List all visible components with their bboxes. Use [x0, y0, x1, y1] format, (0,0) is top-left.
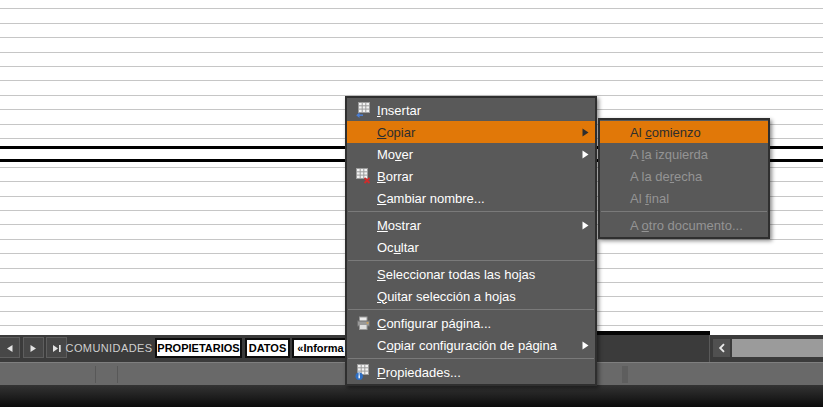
menu-item-label: Mover [375, 147, 579, 162]
icon-spacer [604, 123, 628, 141]
icon-spacer [351, 189, 375, 207]
copy-sheet-submenu: Al comienzoA la izquierdaA la derechaAl … [598, 118, 770, 239]
status-separator [622, 366, 628, 383]
menu-item-label: Al final [628, 191, 752, 206]
insert-sheet-icon [351, 101, 375, 119]
menu-item-label: Borrar [375, 169, 579, 184]
menu-item-al-comienzo[interactable]: Al comienzo [600, 121, 768, 143]
scroll-tabs-left-button[interactable] [0, 337, 20, 358]
icon-spacer [604, 167, 628, 185]
menu-item-label: Mostrar [375, 218, 579, 233]
menu-item-mover[interactable]: Mover [347, 143, 595, 165]
icon-spacer [351, 145, 375, 163]
delete-sheet-icon [351, 167, 375, 185]
scroll-tabs-right-button[interactable] [23, 337, 44, 358]
menu-separator [348, 260, 594, 261]
menu-separator [348, 211, 594, 212]
tabs-scrollbar-left-button[interactable] [713, 339, 730, 357]
menu-item-a-la-derecha: A la derecha [600, 165, 768, 187]
submenu-arrow-icon [579, 128, 589, 137]
menu-item-cambiar-nombre[interactable]: Cambiar nombre... [347, 187, 595, 209]
icon-spacer [351, 123, 375, 141]
menu-item-label: Seleccionar todas las hojas [375, 267, 579, 282]
menu-item-mostrar[interactable]: Mostrar [347, 214, 595, 236]
menu-item-seleccionar-todas-las-hojas[interactable]: Seleccionar todas las hojas [347, 263, 595, 285]
sheet-tab-comunidades[interactable]: COMUNIDADES [64, 338, 154, 358]
sheet-tab-datos[interactable]: DATOS [245, 338, 290, 358]
menu-item-copiar-configuracion-de-pagina[interactable]: Copiar configuración de página [347, 334, 595, 356]
chevron-left-icon [718, 339, 726, 357]
menu-item-a-otro-documento: A otro documento... [600, 214, 768, 236]
icon-spacer [604, 189, 628, 207]
menu-item-label: Copiar [375, 125, 579, 140]
icon-spacer [351, 216, 375, 234]
menu-item-label: A la derecha [628, 169, 752, 184]
sheet-properties-icon [351, 363, 375, 381]
icon-spacer [351, 265, 375, 283]
icon-spacer [351, 336, 375, 354]
tabbar-scrollbar-divider [709, 335, 710, 362]
arrow-right-end-icon [52, 339, 62, 357]
menu-item-a-la-izquierda: A la izquierda [600, 143, 768, 165]
sheet-tab-propietarios[interactable]: PROPIETARIOS [155, 338, 242, 358]
menu-separator [348, 309, 594, 310]
menu-item-configurar-pagina[interactable]: Configurar página... [347, 312, 595, 334]
arrow-right-icon [29, 339, 38, 357]
menu-item-label: A otro documento... [628, 218, 752, 233]
menu-item-borrar[interactable]: Borrar [347, 165, 595, 187]
icon-spacer [351, 238, 375, 256]
tabs-scrollbar-thumb[interactable] [732, 339, 823, 357]
menu-item-label: Copiar configuración de página [375, 338, 579, 353]
menu-item-ocultar[interactable]: Ocultar [347, 236, 595, 258]
sheet-tab-informa[interactable]: «Informa [292, 338, 349, 358]
menu-item-label: Propiedades... [375, 365, 579, 380]
menu-item-insertar[interactable]: Insertar [347, 99, 595, 121]
submenu-arrow-icon [579, 150, 589, 159]
menu-separator [348, 358, 594, 359]
sheet-context-menu: InsertarCopiarMoverBorrarCambiar nombre.… [345, 96, 597, 386]
menu-item-label: Insertar [375, 103, 579, 118]
menu-item-label: Al comienzo [628, 125, 752, 140]
status-separator [117, 366, 118, 383]
menu-item-quitar-seleccion-a-hojas[interactable]: Quitar selección a hojas [347, 285, 595, 307]
menu-item-al-final: Al final [600, 187, 768, 209]
icon-spacer [604, 145, 628, 163]
page-setup-icon [351, 314, 375, 332]
icon-spacer [604, 216, 628, 234]
menu-item-label: Cambiar nombre... [375, 191, 579, 206]
libreoffice-calc-window: COMUNIDADESPROPIETARIOSDATOS«Informa Ins… [0, 0, 823, 407]
status-separator [95, 366, 96, 383]
menu-item-label: A la izquierda [628, 147, 752, 162]
menu-item-label: Quitar selección a hojas [375, 289, 579, 304]
icon-spacer [351, 287, 375, 305]
submenu-arrow-icon [579, 221, 589, 230]
menu-separator [601, 211, 767, 212]
menu-item-label: Ocultar [375, 240, 579, 255]
menu-item-copiar[interactable]: Copiar [347, 121, 595, 143]
submenu-arrow-icon [579, 341, 589, 350]
window-bottom-strip [0, 385, 823, 407]
arrow-left-icon [5, 339, 14, 357]
menu-item-propiedades[interactable]: Propiedades... [347, 361, 595, 383]
menu-item-label: Configurar página... [375, 316, 579, 331]
